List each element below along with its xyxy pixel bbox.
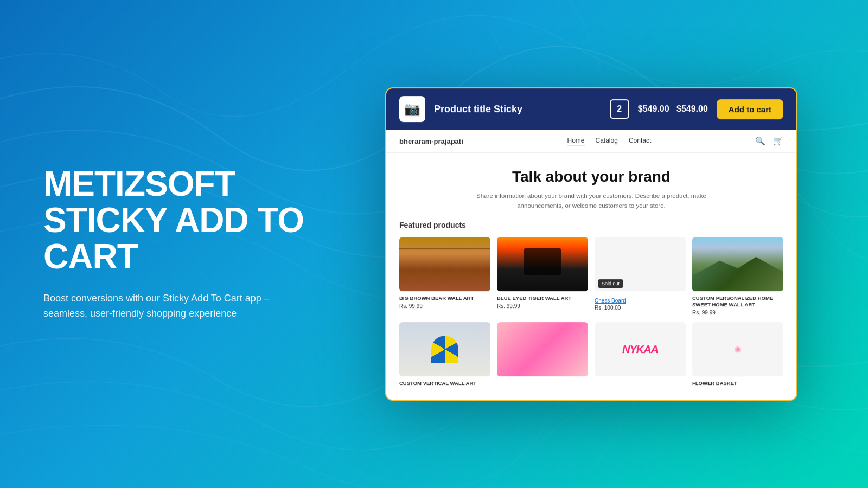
store-hero-title: Talk about your brand bbox=[399, 168, 783, 185]
product-card-3[interactable]: Sold out Chess Board Rs. 100.00 bbox=[595, 237, 686, 316]
product-price-2: Rs. 99.99 bbox=[497, 303, 588, 309]
product-link-chess[interactable]: Chess Board bbox=[595, 298, 626, 304]
product-card-5[interactable]: CUSTOM VERTICAL WALL ART bbox=[399, 323, 490, 389]
product-name-5: CUSTOM VERTICAL WALL ART bbox=[399, 381, 490, 387]
product-price-4: Rs. 99.99 bbox=[692, 310, 783, 316]
parachute-visual bbox=[399, 323, 490, 377]
left-panel: METIZSOFT STICKY ADD TO CART Boost conve… bbox=[43, 166, 326, 322]
search-icon[interactable]: 🔍 bbox=[755, 136, 765, 146]
product-card-1[interactable]: BIG BROWN BEAR WALL ART Rs. 99.99 bbox=[399, 237, 490, 316]
sold-out-badge: Sold out bbox=[598, 279, 623, 288]
subtitle: Boost conversions with our Sticky Add To… bbox=[43, 291, 293, 322]
store-hero-subtitle: Share information about your brand with … bbox=[456, 191, 727, 211]
store-nav-icons: 🔍 🛒 bbox=[755, 136, 783, 146]
product-name-1: BIG BROWN BEAR WALL ART bbox=[399, 295, 490, 301]
nykaa-logo: NYKAA bbox=[622, 343, 658, 356]
product-image-7: NYKAA bbox=[595, 323, 686, 377]
product-image-5 bbox=[399, 323, 490, 377]
featured-section: Featured products BIG BROWN BEAR WALL AR… bbox=[386, 221, 796, 400]
main-title: METIZSOFT STICKY ADD TO CART bbox=[43, 166, 326, 275]
products-grid-row2: CUSTOM VERTICAL WALL ART NYKAA 🌸 bbox=[399, 323, 783, 389]
store-hero: Talk about your brand Share information … bbox=[386, 153, 796, 221]
sticky-product-name: Product title Sticky bbox=[434, 104, 601, 115]
product-image-3: Sold out bbox=[595, 237, 686, 291]
sticky-add-to-cart-button[interactable]: Add to cart bbox=[717, 99, 783, 119]
flower-placeholder: 🌸 bbox=[734, 346, 742, 353]
product-card-4[interactable]: CUSTOM PERSONALIZED HOME SWEET HOME WALL… bbox=[692, 237, 783, 316]
nav-link-home[interactable]: Home bbox=[567, 137, 585, 145]
nav-link-contact[interactable]: Contact bbox=[629, 137, 651, 145]
product-card-6[interactable] bbox=[497, 323, 588, 389]
store-content: bheraram-prajapati Home Catalog Contact … bbox=[385, 130, 797, 401]
product-name-2: BLUE EYED TIGER WALL ART bbox=[497, 295, 588, 301]
product-name-4: CUSTOM PERSONALIZED HOME SWEET HOME WALL… bbox=[692, 295, 783, 309]
product-card-7[interactable]: NYKAA bbox=[595, 323, 686, 389]
product-image-8: 🌸 bbox=[692, 323, 783, 377]
store-nav-links: Home Catalog Contact bbox=[567, 137, 652, 145]
sticky-product-icon: 📷 bbox=[399, 96, 425, 122]
sticky-quantity-badge: 2 bbox=[610, 99, 629, 119]
cart-icon[interactable]: 🛒 bbox=[773, 136, 783, 146]
product-card-8[interactable]: 🌸 Flower Basket bbox=[692, 323, 783, 389]
product-price-1: Rs. 99.99 bbox=[399, 303, 490, 309]
product-image-2 bbox=[497, 237, 588, 291]
browser-mockup: 📷 Product title Sticky 2 $549.00 $549.00… bbox=[385, 87, 797, 401]
product-name-8: Flower Basket bbox=[692, 381, 783, 387]
product-price-3: Rs. 100.00 bbox=[595, 305, 686, 311]
sticky-price: $549.00 $549.00 bbox=[638, 104, 708, 114]
product-image-4 bbox=[692, 237, 783, 291]
sticky-add-to-cart-bar: 📷 Product title Sticky 2 $549.00 $549.00… bbox=[385, 87, 797, 130]
product-image-1 bbox=[399, 237, 490, 291]
nav-link-catalog[interactable]: Catalog bbox=[596, 137, 618, 145]
featured-products-title: Featured products bbox=[399, 221, 783, 229]
product-image-6 bbox=[497, 323, 588, 377]
store-brand: bheraram-prajapati bbox=[399, 137, 463, 145]
product-card-2[interactable]: BLUE EYED TIGER WALL ART Rs. 99.99 bbox=[497, 237, 588, 316]
products-grid-row1: BIG BROWN BEAR WALL ART Rs. 99.99 BLUE E… bbox=[399, 237, 783, 316]
store-nav: bheraram-prajapati Home Catalog Contact … bbox=[386, 130, 796, 153]
parachute-circle bbox=[431, 336, 458, 363]
